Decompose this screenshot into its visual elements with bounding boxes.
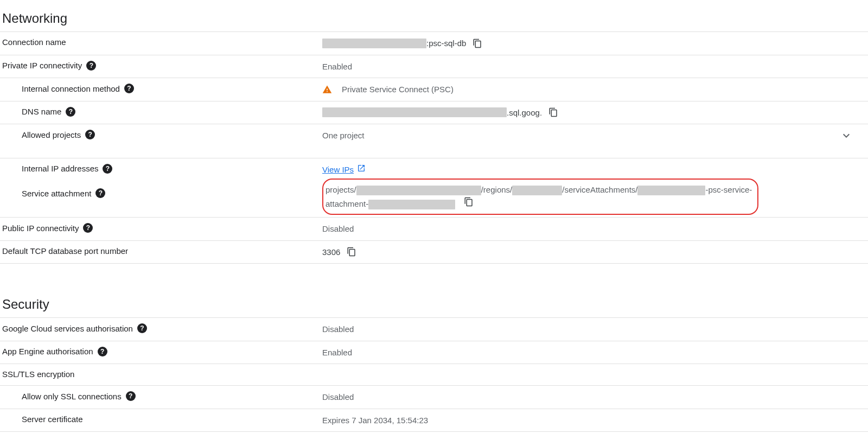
- server-cert-label: Server certificate: [2, 413, 322, 424]
- redacted-2: [512, 186, 562, 195]
- server-cert-value: Expires 7 Jan 2034, 15:54:23: [322, 413, 866, 428]
- help-icon[interactable]: ?: [137, 323, 147, 333]
- help-icon[interactable]: ?: [103, 164, 112, 174]
- label-text: Internal IP addresses: [22, 164, 98, 173]
- appengine-auth-label: App Engine authorisation ?: [2, 346, 322, 356]
- dns-name-row: DNS name ? .sql.goog.: [0, 101, 868, 124]
- internal-ip-label: Internal IP addresses ?: [2, 163, 322, 174]
- connection-name-row: Connection name :psc-sql-db: [0, 31, 868, 55]
- dns-name-value: .sql.goog.: [322, 106, 866, 120]
- server-cert-row: Server certificate Expires 7 Jan 2034, 1…: [0, 409, 868, 432]
- gc-auth-value: Disabled: [322, 322, 866, 336]
- private-ip-label: Private IP connectivity ?: [2, 60, 322, 71]
- redacted-4: [368, 200, 455, 209]
- redacted-project: [322, 39, 426, 48]
- gc-auth-row: Google Cloud services authorisation ? Di…: [0, 317, 868, 341]
- label-text: Public IP connectivity: [2, 224, 79, 233]
- warning-icon: [322, 85, 332, 94]
- copy-icon[interactable]: [347, 247, 356, 257]
- security-title: Security: [0, 286, 868, 317]
- allow-ssl-row: Allow only SSL connections ? Disabled: [0, 385, 868, 409]
- copy-icon[interactable]: [464, 197, 474, 207]
- value-text: One project: [322, 129, 365, 143]
- tcp-port-value: 3306: [322, 245, 866, 259]
- copy-icon[interactable]: [548, 107, 558, 117]
- label-text: DNS name: [22, 107, 61, 116]
- appengine-auth-row: App Engine authorisation ? Enabled: [0, 341, 868, 364]
- internal-method-label: Internal connection method ?: [2, 82, 322, 93]
- public-ip-label: Public IP connectivity ?: [2, 222, 322, 233]
- tcp-port-label: Default TCP database port number: [2, 245, 322, 256]
- link-text: View IPs: [322, 163, 354, 177]
- label-text: Service attachment: [22, 189, 91, 198]
- help-icon[interactable]: ?: [86, 61, 96, 71]
- value-text: Enabled: [322, 346, 352, 360]
- help-icon[interactable]: ?: [98, 347, 107, 356]
- value-text: :psc-sql-db: [426, 36, 466, 50]
- internal-method-row: Internal connection method ? Private Ser…: [0, 78, 868, 101]
- ssltls-label: SSL/TLS encryption: [2, 368, 322, 379]
- public-ip-value: Disabled: [322, 222, 866, 236]
- help-icon[interactable]: ?: [126, 391, 136, 401]
- appengine-auth-value: Enabled: [322, 346, 866, 360]
- label-text: Connection name: [2, 37, 66, 47]
- help-icon[interactable]: ?: [95, 188, 105, 198]
- label-text: Private IP connectivity: [2, 61, 82, 70]
- chevron-down-icon[interactable]: [840, 129, 853, 142]
- value-text: Expires 7 Jan 2034, 15:54:23: [322, 413, 428, 428]
- allow-ssl-label: Allow only SSL connections ?: [2, 390, 322, 401]
- networking-section: Networking Connection name :psc-sql-db P…: [0, 0, 868, 281]
- section-end-border: [0, 431, 868, 432]
- private-ip-row: Private IP connectivity ? Enabled: [0, 55, 868, 78]
- redacted-3: [637, 186, 705, 195]
- help-icon[interactable]: ?: [66, 107, 75, 117]
- value-text: .sql.goog.: [507, 106, 542, 120]
- security-section: Security Google Cloud services authorisa…: [0, 286, 868, 432]
- public-ip-row: Public IP connectivity ? Disabled: [0, 217, 868, 240]
- value-text: Disabled: [322, 390, 354, 404]
- value-text: 3306: [322, 245, 340, 259]
- label-text: Server certificate: [22, 415, 83, 424]
- value-text: Private Service Connect (PSC): [342, 82, 454, 97]
- ssltls-row: SSL/TLS encryption: [0, 364, 868, 385]
- help-icon[interactable]: ?: [83, 223, 93, 233]
- internal-ip-row: Internal IP addresses ? View IPs: [0, 158, 868, 181]
- gc-auth-label: Google Cloud services authorisation ?: [2, 322, 322, 333]
- allowed-projects-label: Allowed projects ?: [2, 129, 322, 139]
- view-ips-link[interactable]: View IPs: [322, 163, 366, 177]
- value-text: Disabled: [322, 322, 354, 336]
- label-text: Internal connection method: [22, 84, 120, 93]
- value-text-1: projects/: [326, 185, 356, 194]
- label-text: Allowed projects: [22, 130, 81, 139]
- private-ip-value: Enabled: [322, 60, 866, 74]
- allowed-projects-row: Allowed projects ? One project: [0, 124, 868, 158]
- allowed-projects-value: One project: [322, 129, 866, 143]
- internal-ip-value: View IPs: [322, 163, 866, 177]
- value-text-2: /regions/: [481, 185, 513, 194]
- help-icon[interactable]: ?: [85, 130, 95, 139]
- allow-ssl-value: Disabled: [322, 390, 866, 404]
- service-attachment-row: Service attachment ? projects//regions//…: [0, 181, 868, 217]
- networking-title: Networking: [0, 0, 868, 31]
- service-attachment-highlight: projects//regions//serviceAttachments/-p…: [322, 179, 758, 215]
- internal-method-value: Private Service Connect (PSC): [322, 82, 866, 97]
- label-text: Allow only SSL connections: [22, 392, 122, 401]
- service-attachment-label: Service attachment ?: [2, 181, 322, 198]
- dns-name-label: DNS name ?: [2, 106, 322, 117]
- copy-icon[interactable]: [473, 39, 482, 48]
- label-text: App Engine authorisation: [2, 347, 93, 356]
- label-text: Default TCP database port number: [2, 246, 128, 256]
- connection-name-value: :psc-sql-db: [322, 36, 866, 50]
- value-text: Disabled: [322, 222, 354, 236]
- value-text-4: -psc-service-: [705, 185, 752, 194]
- help-icon[interactable]: ?: [124, 84, 134, 93]
- value-text-3: /serviceAttachments/: [562, 185, 637, 194]
- value-text: Enabled: [322, 60, 352, 74]
- redacted-1: [356, 186, 481, 195]
- value-text-5: attachment-: [326, 199, 368, 208]
- connection-name-label: Connection name: [2, 36, 322, 47]
- tcp-port-row: Default TCP database port number 3306: [0, 240, 868, 264]
- redacted-dns: [322, 107, 507, 117]
- external-link-icon: [357, 163, 366, 177]
- label-text: SSL/TLS encryption: [2, 369, 74, 379]
